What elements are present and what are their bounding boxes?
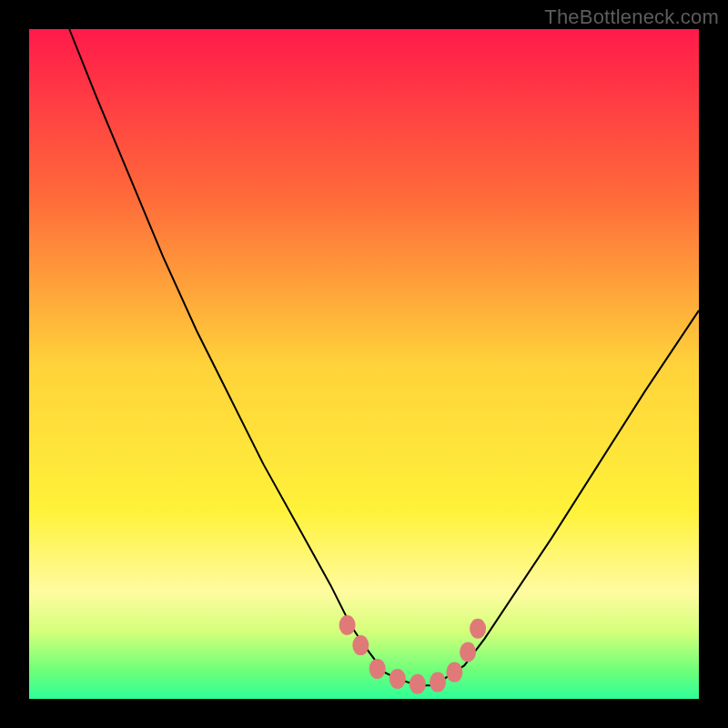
trough-marker: [430, 672, 446, 693]
trough-marker: [410, 674, 426, 694]
trough-marker: [339, 615, 356, 635]
trough-marker: [446, 662, 462, 682]
bottleneck-curve: [69, 29, 699, 685]
curve-layer: [29, 29, 699, 699]
trough-marker: [460, 642, 476, 662]
plot-area: [29, 29, 699, 699]
trough-marker: [369, 659, 386, 679]
watermark-text: TheBottleneck.com: [544, 5, 719, 29]
trough-marker: [470, 619, 486, 639]
trough-marker: [389, 669, 406, 689]
chart-frame: TheBottleneck.com: [0, 0, 728, 728]
trough-marker: [352, 635, 369, 655]
